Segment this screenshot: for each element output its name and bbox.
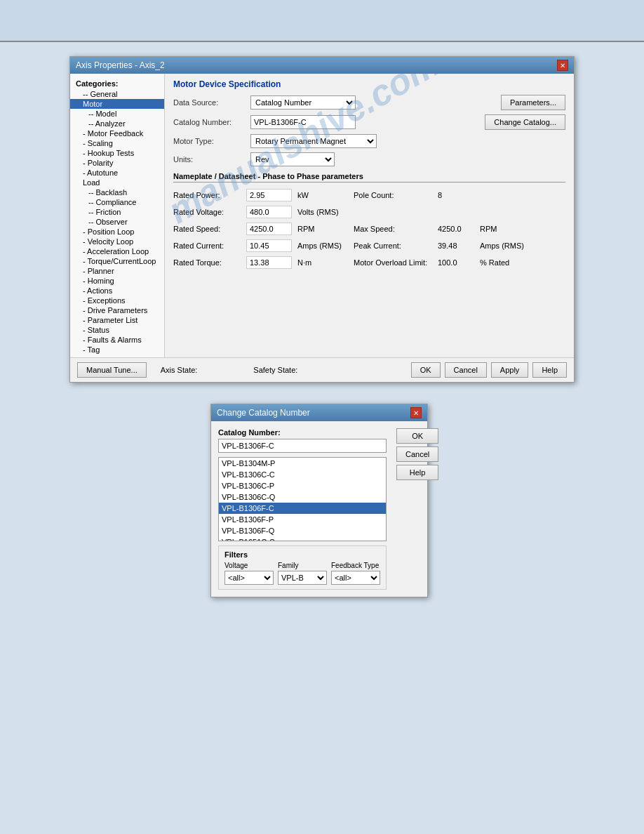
list-item[interactable]: VPL-B1306C-C: [219, 469, 386, 480]
peak-current-label: Peak Current:: [351, 237, 435, 254]
catalog-number-input[interactable]: [250, 115, 356, 129]
sidebar-item-exceptions[interactable]: - Exceptions: [70, 296, 164, 305]
sidebar-item-tag[interactable]: - Tag: [70, 345, 164, 355]
sidebar-item-status[interactable]: - Status: [70, 325, 164, 335]
safety-state-label: Safety State:: [253, 366, 297, 374]
dialog2-title: Change Catalog Number: [217, 408, 310, 418]
sidebar-item-planner[interactable]: - Planner: [70, 266, 164, 276]
sidebar-item-friction[interactable]: -- Friction: [70, 207, 164, 217]
sidebar-item-positionloop[interactable]: - Position Loop: [70, 227, 164, 237]
ok-btn[interactable]: OK: [411, 362, 441, 378]
table-row: Rated Voltage: Volts (RMS): [173, 204, 565, 220]
motor-type-row: Motor Type: Rotary Permanent Magnet: [173, 134, 565, 148]
cancel-btn[interactable]: Cancel: [445, 362, 487, 378]
rated-speed-input[interactable]: [246, 223, 292, 235]
manual-tune-btn[interactable]: Manual Tune...: [77, 362, 147, 378]
dialog1-close-btn[interactable]: ✕: [557, 60, 568, 71]
rated-torque-label: Rated Torque:: [173, 254, 243, 271]
family-select[interactable]: VPL-B: [278, 571, 327, 585]
dialog-bottom-left: Manual Tune... Axis State: Safety State:: [77, 362, 297, 378]
filters-row: Voltage <all> Family VPL-B: [224, 562, 380, 585]
feedback-select[interactable]: <all>: [331, 571, 380, 585]
data-source-row: Data Source: Catalog Number Parameters..…: [173, 95, 565, 110]
rated-voltage-input[interactable]: [246, 206, 292, 218]
sidebar-item-torquecurrentloop[interactable]: - Torque/CurrentLoop: [70, 256, 164, 266]
list-item[interactable]: VPL-B1306F-Q: [219, 525, 386, 536]
sidebar-item-hookuptests[interactable]: - Hookup Tests: [70, 148, 164, 158]
sidebar-item-actions[interactable]: - Actions: [70, 286, 164, 296]
sidebar-item-velocityloop[interactable]: - Velocity Loop: [70, 237, 164, 246]
catalog-ok-btn[interactable]: OK: [396, 428, 438, 444]
parameters-btn[interactable]: Parameters...: [501, 95, 565, 110]
section-header: Motor Device Specification: [173, 79, 565, 89]
sidebar-item-model[interactable]: -- Model: [70, 109, 164, 119]
dialog-bottom-right: OK Cancel Apply Help: [411, 362, 567, 378]
nameplate-header: Nameplate / Datasheet - Phase to Phase p…: [173, 172, 565, 183]
categories-label: Categories:: [70, 77, 164, 89]
list-item[interactable]: VPL-B1306C-Q: [219, 491, 386, 503]
sidebar-item-autotune[interactable]: - Autotune: [70, 168, 164, 178]
family-filter: Family VPL-B: [278, 562, 327, 585]
table-row: Rated Current: Amps (RMS) Peak Current: …: [173, 237, 565, 254]
rated-power-unit: kW: [295, 187, 351, 204]
units-select[interactable]: Rev: [250, 152, 335, 166]
rated-torque-unit: N·m: [295, 254, 351, 271]
sidebar-item-accelerationloop[interactable]: - Acceleration Loop: [70, 246, 164, 256]
apply-btn[interactable]: Apply: [491, 362, 529, 378]
table-row: Rated Torque: N·m Motor Overload Limit: …: [173, 254, 565, 271]
rated-voltage-label: Rated Voltage:: [173, 204, 243, 220]
rated-power-input[interactable]: [246, 189, 292, 201]
rated-current-unit: Amps (RMS): [295, 237, 351, 254]
feedback-label: Feedback Type: [331, 562, 380, 569]
axis-properties-dialog: Axis Properties - Axis_2 ✕ Categories: -…: [69, 56, 575, 383]
help-btn[interactable]: Help: [532, 362, 567, 378]
list-item[interactable]: VPL-B1651C-C: [219, 536, 386, 541]
sidebar-item-faultsalarms[interactable]: - Faults & Alarms: [70, 335, 164, 345]
pole-count-value: 8: [435, 187, 477, 204]
catalog-buttons: OK Cancel Help: [396, 428, 438, 590]
sidebar-item-compliance[interactable]: -- Compliance: [70, 197, 164, 207]
dialog-bottom: Manual Tune... Axis State: Safety State:…: [70, 357, 574, 382]
sidebar-item-load[interactable]: Load: [70, 178, 164, 187]
sidebar-item-general[interactable]: -- General: [70, 89, 164, 99]
rated-torque-input[interactable]: [246, 256, 292, 269]
table-row: Rated Power: kW Pole Count: 8: [173, 187, 565, 204]
rated-speed-label: Rated Speed:: [173, 220, 243, 237]
sidebar-item-analyzer[interactable]: -- Analyzer: [70, 119, 164, 128]
sidebar-item-motorfeedback[interactable]: - Motor Feedback: [70, 128, 164, 138]
motor-type-label: Motor Type:: [173, 137, 250, 145]
catalog-left: Catalog Number: VPL-B1304M-P VPL-B1306C-…: [218, 428, 387, 590]
sidebar-item-scaling[interactable]: - Scaling: [70, 138, 164, 148]
sidebar-item-driveparameters[interactable]: - Drive Parameters: [70, 305, 164, 315]
sidebar-item-parameterlist[interactable]: - Parameter List: [70, 315, 164, 325]
sidebar-item-backlash[interactable]: -- Backlash: [70, 187, 164, 197]
voltage-select[interactable]: <all>: [224, 571, 274, 585]
sidebar-item-motor[interactable]: Motor: [70, 99, 164, 109]
sidebar-item-observer[interactable]: -- Observer: [70, 217, 164, 227]
catalog-list[interactable]: VPL-B1304M-P VPL-B1306C-C VPL-B1306C-P V…: [218, 457, 387, 541]
dialog1-main: Categories: -- General Motor -- Model --…: [70, 74, 574, 357]
catalog-cancel-btn[interactable]: Cancel: [396, 446, 438, 462]
list-item[interactable]: VPL-B1306F-P: [219, 514, 386, 525]
rated-speed-unit: RPM: [295, 220, 351, 237]
list-item[interactable]: VPL-B1304M-P: [219, 458, 386, 469]
dialog2-close-btn[interactable]: ✕: [410, 407, 422, 418]
motor-type-select[interactable]: Rotary Permanent Magnet: [250, 134, 377, 148]
filters-section: Filters Voltage <all> Family: [218, 545, 387, 590]
dialog1-body: Categories: -- General Motor -- Model --…: [70, 74, 574, 382]
motor-overload-label: Motor Overload Limit:: [351, 254, 435, 271]
sidebar: Categories: -- General Motor -- Model --…: [70, 74, 165, 357]
catalog-help-btn[interactable]: Help: [396, 465, 438, 480]
peak-current-unit: Amps (RMS): [477, 237, 565, 254]
list-item-selected[interactable]: VPL-B1306F-C: [219, 503, 386, 514]
catalog-number-input2[interactable]: [218, 439, 387, 453]
catalog-number-row: Catalog Number: Change Catalog...: [173, 114, 565, 130]
max-speed-label: Max Speed:: [351, 220, 435, 237]
rated-current-input[interactable]: [246, 239, 292, 252]
change-catalog-btn[interactable]: Change Catalog...: [485, 114, 565, 130]
filters-label: Filters: [224, 550, 380, 559]
sidebar-item-homing[interactable]: - Homing: [70, 276, 164, 286]
data-source-select[interactable]: Catalog Number: [250, 95, 356, 110]
sidebar-item-polarity[interactable]: - Polarity: [70, 158, 164, 168]
list-item[interactable]: VPL-B1306C-P: [219, 480, 386, 491]
